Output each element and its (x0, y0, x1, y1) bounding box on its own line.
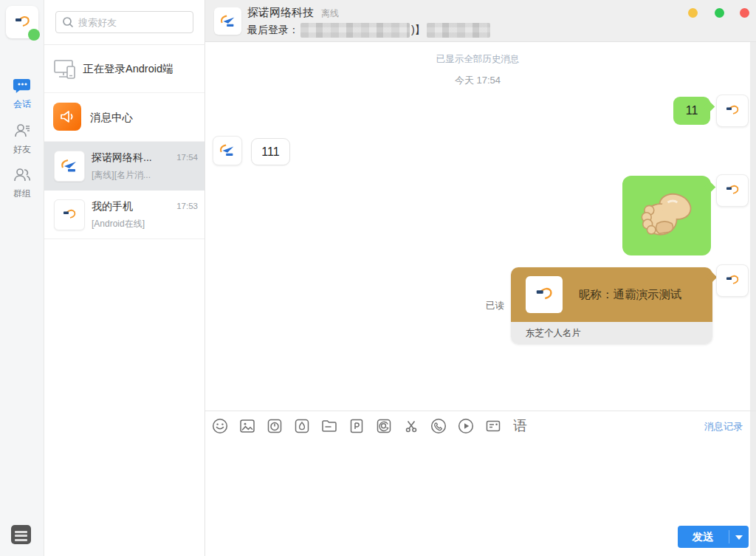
send-dropdown-caret-icon[interactable] (735, 535, 743, 540)
left-rail: 会话 好友 群组 (0, 0, 44, 556)
send-button-label: 发送 (678, 526, 728, 548)
sidebar-label-friends: 好友 (0, 143, 44, 156)
conversation-avatar (54, 151, 85, 182)
redacted-block (300, 23, 410, 38)
conversation-avatar (54, 199, 85, 230)
conversation-message-center[interactable]: 消息中心 (44, 93, 205, 142)
conversation-item-tanuo[interactable]: 探诺网络科... 17:54 [离线][名片消... (44, 142, 205, 191)
multi-device-icon (53, 58, 77, 81)
sidebar-item-friends[interactable]: 好友 (0, 121, 44, 156)
contact-card-message[interactable]: 昵称：通霸演示测试 东芝个人名片 (511, 267, 712, 344)
search-icon (62, 16, 74, 28)
chat-app-window: 会话 好友 群组 (0, 0, 756, 556)
chat-peer-avatar[interactable] (214, 7, 241, 35)
minimize-button[interactable] (688, 8, 698, 18)
peer-message-avatar[interactable] (213, 136, 242, 165)
own-message-avatar[interactable] (716, 174, 749, 207)
sidebar-item-groups[interactable]: 群组 (0, 165, 44, 200)
conversation-subtitle: [离线][名片消... (92, 169, 151, 182)
shake-window-button[interactable] (293, 417, 311, 435)
login-status-row[interactable]: 正在登录Android端 (44, 45, 205, 93)
screenshot-button[interactable] (402, 417, 420, 435)
message-center-title: 消息中心 (90, 93, 133, 142)
record-icon (266, 417, 284, 435)
chat-peer-name-row: 探诺网络科技离线 (247, 6, 339, 20)
login-status-text: 正在登录Android端 (83, 45, 173, 93)
emoji-picker-button[interactable] (211, 417, 229, 435)
contact-card-footer: 东芝个人名片 (511, 322, 712, 344)
conversation-time: 17:54 (176, 153, 198, 162)
date-divider: 今天 17:54 (205, 74, 750, 87)
video-call-button[interactable] (457, 417, 475, 435)
image-icon (238, 417, 256, 435)
conversation-title: 我的手机 (92, 200, 133, 213)
main-menu-button[interactable] (11, 525, 31, 544)
chat-bubble-icon (13, 76, 32, 95)
smiley-icon (211, 417, 229, 435)
sidebar-label-groups: 群组 (0, 188, 44, 200)
send-file-button[interactable] (320, 417, 338, 435)
bubble-tail (704, 182, 716, 193)
own-message-avatar[interactable] (716, 264, 749, 297)
input-divider (205, 411, 756, 411)
chat-peer-status: 离线 (321, 8, 339, 18)
conversation-title: 探诺网络科... (92, 151, 152, 165)
fist-emoji (635, 185, 698, 246)
sidebar-item-conversations[interactable]: 会话 (0, 76, 44, 111)
flame-icon (293, 417, 311, 435)
send-contact-card-button[interactable] (484, 417, 502, 435)
message-bubble-emoji[interactable] (622, 176, 711, 255)
chat-peer-name: 探诺网络科技 (247, 6, 314, 18)
chat-area: 探诺网络科技离线 最后登录： )】 已显示全部历史消息 今天 17:54 1 (205, 0, 756, 556)
phone-icon (430, 417, 447, 435)
send-button-separator (729, 530, 729, 543)
maximize-button[interactable] (715, 8, 724, 18)
last-login-row: 最后登录： )】 (247, 22, 492, 38)
close-button[interactable] (740, 8, 749, 18)
play-circle-icon (457, 417, 475, 435)
message-input[interactable] (214, 443, 741, 517)
conversation-panel: 正在登录Android端 消息中心 探诺网络科... 17:5 (44, 0, 205, 556)
search-box[interactable] (55, 11, 193, 33)
voice-call-button[interactable] (430, 417, 447, 435)
voice-input-toggle[interactable]: 语 (513, 416, 527, 436)
contact-card-top: 昵称：通霸演示测试 (511, 267, 712, 322)
bubble-tail (706, 272, 718, 284)
screen-record-button[interactable] (266, 417, 284, 435)
send-button[interactable]: 发送 (678, 526, 749, 548)
remote-assist-button[interactable] (375, 417, 393, 435)
friend-person-icon (13, 121, 32, 140)
online-status-dot (28, 29, 40, 41)
message-bubble-peer[interactable]: 111 (251, 138, 290, 165)
bubble-tail (704, 101, 715, 113)
last-login-label: 最后登录： (247, 24, 299, 37)
contact-card-icon (484, 417, 502, 435)
chat-header: 探诺网络科技离线 最后登录： )】 (205, 0, 756, 42)
hamburger-icon (15, 531, 27, 533)
redacted-block (427, 23, 490, 38)
p-file-icon (348, 417, 365, 435)
read-receipt-label: 已读 (486, 300, 504, 312)
conversation-item-my-phone[interactable]: 我的手机 17:53 [Android在线] (44, 191, 205, 239)
message-bubble-own[interactable]: 11 (673, 97, 710, 125)
scrollbar-track[interactable] (750, 42, 756, 556)
send-image-button[interactable] (238, 417, 256, 435)
search-input[interactable] (78, 17, 187, 28)
message-text: 11 (686, 104, 698, 117)
conversation-subtitle: [Android在线] (92, 218, 145, 230)
last-login-fragment: )】 (411, 24, 425, 37)
self-avatar[interactable] (6, 6, 38, 38)
contact-card-avatar (526, 276, 563, 313)
message-text: 111 (261, 145, 279, 159)
message-history-link[interactable]: 消息记录 (704, 420, 743, 433)
send-ppt-button[interactable] (348, 417, 365, 435)
folder-icon (320, 417, 338, 435)
input-toolbar: 语 (211, 416, 527, 436)
sidebar-label-conversations: 会话 (0, 98, 44, 111)
conversation-time: 17:53 (176, 202, 198, 210)
scissors-icon (402, 417, 420, 435)
brand-logo-icon (12, 13, 32, 31)
own-message-avatar[interactable] (716, 95, 749, 127)
message-center-icon (53, 103, 81, 131)
group-people-icon (13, 165, 32, 185)
